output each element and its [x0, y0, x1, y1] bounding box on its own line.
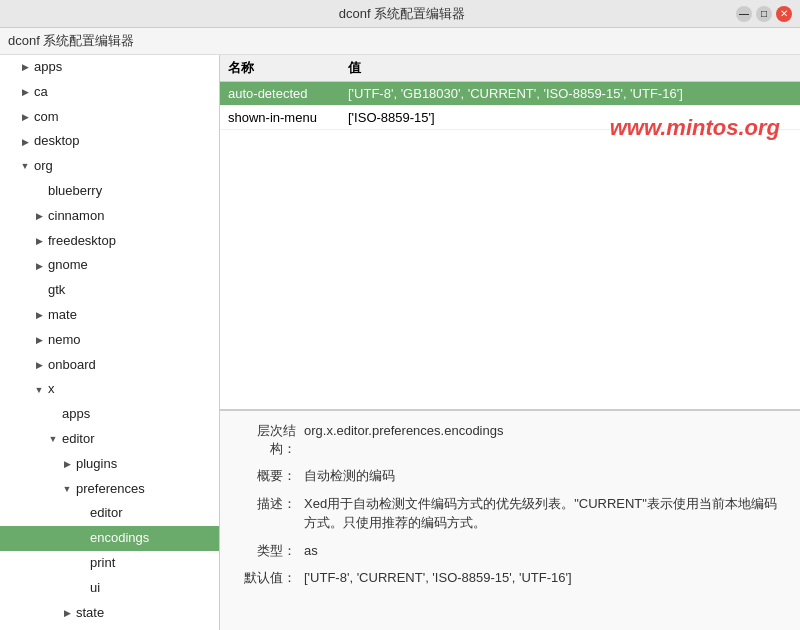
detail-type-label: 类型： [236, 541, 296, 560]
tree-label-ui: ui [90, 578, 100, 599]
detail-description-value: Xed用于自动检测文件编码方式的优先级列表。"CURRENT"表示使用当前本地编… [304, 494, 784, 533]
col-header-name: 名称 [228, 59, 348, 77]
table-cell-value: ['ISO-8859-15'] [348, 110, 792, 125]
sidebar-item-x[interactable]: ▼x [0, 377, 219, 402]
detail-hierarchy-value: org.x.editor.preferences.encodings [304, 421, 784, 441]
tree-arrow-gtk [32, 284, 46, 298]
tree-arrow-com: ▶ [18, 110, 32, 124]
tree-label-preferences: preferences [76, 479, 145, 500]
sidebar-item-state[interactable]: ▶state [0, 601, 219, 626]
detail-area: 层次结构： org.x.editor.preferences.encodings… [220, 410, 800, 630]
tree-arrow-editor2 [74, 507, 88, 521]
sidebar-item-encodings[interactable]: encodings [0, 526, 219, 551]
sidebar-item-gnome[interactable]: ▶gnome [0, 253, 219, 278]
detail-default-value: ['UTF-8', 'CURRENT', 'ISO-8859-15', 'UTF… [304, 568, 784, 588]
tree-label-blueberry: blueberry [48, 181, 102, 202]
window-title: dconf 系统配置编辑器 [68, 5, 736, 23]
sidebar: ▶apps▶ca▶com▶desktop▼orgblueberry▶cinnam… [0, 55, 220, 630]
tree-arrow-onboard: ▶ [32, 358, 46, 372]
detail-description-label: 描述： [236, 494, 296, 513]
sidebar-item-editor2[interactable]: editor [0, 501, 219, 526]
tree-label-desktop: desktop [34, 131, 80, 152]
table-row[interactable]: auto-detected['UTF-8', 'GB18030', 'CURRE… [220, 82, 800, 106]
tree-arrow-apps: ▶ [18, 60, 32, 74]
table-row[interactable]: shown-in-menu['ISO-8859-15'] [220, 106, 800, 130]
tree-label-x: x [48, 379, 55, 400]
tree-arrow-encodings [74, 532, 88, 546]
table-cell-name: auto-detected [228, 86, 348, 101]
sidebar-item-com[interactable]: ▶com [0, 105, 219, 130]
tree-label-mate: mate [48, 305, 77, 326]
tree-label-ca: ca [34, 82, 48, 103]
tree-arrow-x: ▼ [32, 383, 46, 397]
tree-arrow-mate: ▶ [32, 308, 46, 322]
sidebar-item-onboard[interactable]: ▶onboard [0, 353, 219, 378]
tree-arrow-blueberry [32, 184, 46, 198]
tree-arrow-gnome: ▶ [32, 259, 46, 273]
tree-label-org: org [34, 156, 53, 177]
tree-label-print: print [90, 553, 115, 574]
detail-summary: 概要： 自动检测的编码 [236, 466, 784, 486]
table-rows-container: auto-detected['UTF-8', 'GB18030', 'CURRE… [220, 82, 800, 130]
window-controls: — □ ✕ [736, 6, 792, 22]
tree-arrow-state: ▶ [60, 606, 74, 620]
close-button[interactable]: ✕ [776, 6, 792, 22]
title-bar: dconf 系统配置编辑器 — □ ✕ [0, 0, 800, 28]
detail-type: 类型： as [236, 541, 784, 561]
tree-label-plugins: plugins [76, 454, 117, 475]
col-header-value: 值 [348, 59, 792, 77]
detail-hierarchy: 层次结构： org.x.editor.preferences.encodings [236, 421, 784, 458]
tree-label-editor: editor [62, 429, 95, 450]
maximize-button[interactable]: □ [756, 6, 772, 22]
tree-label-com: com [34, 107, 59, 128]
tree-label-encodings: encodings [90, 528, 149, 549]
detail-summary-label: 概要： [236, 466, 296, 485]
table-cell-value: ['UTF-8', 'GB18030', 'CURRENT', 'ISO-885… [348, 86, 792, 101]
tree-label-editor2: editor [90, 503, 123, 524]
tree-arrow-nemo: ▶ [32, 333, 46, 347]
tree-label-state: state [76, 603, 104, 624]
table-area: 名称 值 auto-detected['UTF-8', 'GB18030', '… [220, 55, 800, 410]
sidebar-item-mate[interactable]: ▶mate [0, 303, 219, 328]
tree-arrow-print [74, 556, 88, 570]
sidebar-item-editor[interactable]: ▼editor [0, 427, 219, 452]
detail-default: 默认值： ['UTF-8', 'CURRENT', 'ISO-8859-15',… [236, 568, 784, 588]
tree-arrow-editor: ▼ [46, 432, 60, 446]
tree-label-apps: apps [34, 57, 62, 78]
right-panel: 名称 值 auto-detected['UTF-8', 'GB18030', '… [220, 55, 800, 630]
sidebar-item-apps2[interactable]: apps [0, 402, 219, 427]
detail-hierarchy-label: 层次结构： [236, 421, 296, 458]
sidebar-item-freedesktop[interactable]: ▶freedesktop [0, 229, 219, 254]
table-header: 名称 值 [220, 55, 800, 82]
tree-label-apps2: apps [62, 404, 90, 425]
sidebar-item-apps[interactable]: ▶apps [0, 55, 219, 80]
tree-arrow-ca: ▶ [18, 85, 32, 99]
minimize-button[interactable]: — [736, 6, 752, 22]
sidebar-item-blueberry[interactable]: blueberry [0, 179, 219, 204]
tree-arrow-plugins: ▶ [60, 457, 74, 471]
detail-description: 描述： Xed用于自动检测文件编码方式的优先级列表。"CURRENT"表示使用当… [236, 494, 784, 533]
sidebar-item-ca[interactable]: ▶ca [0, 80, 219, 105]
sidebar-item-desktop[interactable]: ▶desktop [0, 129, 219, 154]
tree-label-freedesktop: freedesktop [48, 231, 116, 252]
tree-label-gnome: gnome [48, 255, 88, 276]
sidebar-item-cinnamon[interactable]: ▶cinnamon [0, 204, 219, 229]
app-container: dconf 系统配置编辑器 ▶apps▶ca▶com▶desktop▼orgbl… [0, 28, 800, 630]
sidebar-item-nemo[interactable]: ▶nemo [0, 328, 219, 353]
sidebar-item-nix[interactable]: ▶nix [0, 625, 219, 630]
detail-type-value: as [304, 541, 784, 561]
tree-arrow-ui [74, 581, 88, 595]
sidebar-item-plugins[interactable]: ▶plugins [0, 452, 219, 477]
tree-label-nemo: nemo [48, 330, 81, 351]
tree-label-onboard: onboard [48, 355, 96, 376]
sidebar-item-print[interactable]: print [0, 551, 219, 576]
detail-summary-value: 自动检测的编码 [304, 466, 784, 486]
sidebar-item-gtk[interactable]: gtk [0, 278, 219, 303]
tree-arrow-preferences: ▼ [60, 482, 74, 496]
tree-arrow-org: ▼ [18, 160, 32, 174]
sidebar-item-preferences[interactable]: ▼preferences [0, 477, 219, 502]
sidebar-item-org[interactable]: ▼org [0, 154, 219, 179]
sidebar-item-ui[interactable]: ui [0, 576, 219, 601]
detail-default-label: 默认值： [236, 568, 296, 587]
table-cell-name: shown-in-menu [228, 110, 348, 125]
